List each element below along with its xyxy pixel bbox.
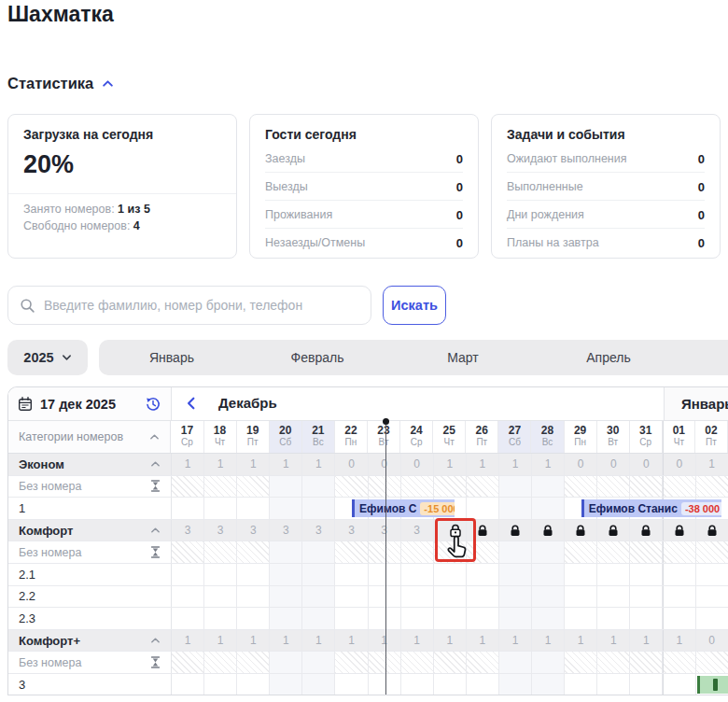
date-picker[interactable]: 17 дек 2025 [8,387,172,420]
grid-cell[interactable] [335,476,368,498]
grid-cell[interactable] [499,541,532,563]
grid-cell[interactable] [270,674,302,695]
grid-cell[interactable] [532,476,565,498]
grid-cell[interactable] [532,564,565,585]
grid-cell[interactable]: 1 [434,454,467,475]
grid-cell[interactable] [696,541,728,563]
grid-cell[interactable]: 0 [597,454,630,475]
grid-cell[interactable] [270,652,302,673]
search-button[interactable]: Искать [383,286,446,325]
date-column-21[interactable]: 21Вс [302,421,335,453]
grid-cell[interactable] [335,564,368,585]
grid-cell[interactable] [696,564,728,585]
grid-cell[interactable] [630,608,663,629]
date-column-23[interactable]: 23Вт [368,421,400,453]
chevron-left-icon[interactable] [186,397,197,410]
grid-cell[interactable]: 3 [369,520,401,541]
grid-cell[interactable] [696,608,728,629]
grid-cell[interactable]: 3 [401,520,434,541]
grid-cell[interactable] [532,498,565,519]
month-tab-april[interactable]: Апрель [536,340,681,375]
grid-cell[interactable] [565,674,597,695]
grid-cell[interactable]: 1 [499,630,532,652]
grid-cell[interactable] [270,564,302,585]
grid-cell[interactable] [499,498,532,519]
date-column-27[interactable]: 27Сб [498,421,531,453]
grid-cell[interactable]: 1 [630,630,663,652]
month-tab-january[interactable]: Январь [99,340,245,375]
month-tab-march[interactable]: Март [390,340,536,375]
grid-cell[interactable] [172,652,204,673]
grid-cell[interactable]: 1 [204,630,237,652]
grid-cell[interactable]: 1 [172,454,204,475]
grid-cell[interactable] [696,476,728,498]
grid-cell[interactable] [696,520,728,541]
grid-cell[interactable] [597,476,630,498]
booking-chip[interactable] [697,676,728,694]
grid-cell[interactable] [565,652,597,673]
grid-cell[interactable] [630,652,663,673]
grid-cell[interactable]: 1 [369,630,401,652]
grid-cell[interactable]: 1 [335,630,368,652]
grid-cell[interactable] [663,476,695,498]
grid-cell[interactable] [467,652,499,673]
grid-cell[interactable] [499,586,532,608]
grid-cell[interactable]: 1 [597,630,630,652]
grid-cell[interactable] [499,652,532,673]
grid-cell[interactable]: 1 [696,454,728,475]
grid-cell[interactable]: 0 [401,454,434,475]
booking-chip-ефимов-с[interactable]: Ефимов С-15 000 [352,499,455,517]
grid-cell[interactable] [369,652,401,673]
grid-cell[interactable] [204,564,237,585]
grid-cell[interactable] [499,564,532,585]
grid-cell[interactable] [204,476,237,498]
grid-cell[interactable] [302,476,335,498]
grid-cell[interactable] [237,541,270,563]
grid-cell[interactable] [565,520,597,541]
grid-cell[interactable] [696,652,728,673]
grid-cell[interactable] [302,498,335,519]
date-column-31[interactable]: 31Ср [630,421,663,453]
grid-cell[interactable] [434,608,467,629]
grid-cell[interactable]: 3 [204,520,237,541]
grid-cell[interactable] [597,541,630,563]
grid-cell[interactable] [302,564,335,585]
grid-cell[interactable] [369,564,401,585]
grid-cell[interactable]: 0 [565,454,597,475]
date-column-20[interactable]: 20Сб [270,421,302,453]
grid-cell[interactable] [172,498,204,519]
grid-cell[interactable] [401,564,434,585]
grid-cell[interactable] [335,674,368,695]
grid-cell[interactable] [565,564,597,585]
grid-cell[interactable] [302,541,335,563]
date-column-19[interactable]: 19Пт [237,421,270,453]
grid-cell[interactable] [467,564,499,585]
grid-cell[interactable] [663,586,695,608]
row-label-cell[interactable]: Эконом [8,454,172,475]
year-select[interactable]: 2025 [7,340,88,375]
grid-cell[interactable]: 1 [270,630,302,652]
grid-cell[interactable] [630,564,663,585]
grid-cell[interactable] [532,586,565,608]
date-column-01[interactable]: 01Чт [663,421,695,453]
grid-cell[interactable] [663,564,695,585]
date-column-28[interactable]: 28Вс [531,421,564,453]
grid-cell[interactable] [597,564,630,585]
grid-cell[interactable] [532,608,565,629]
grid-cell[interactable] [467,586,499,608]
grid-cell[interactable] [172,541,204,563]
search-input[interactable] [44,298,359,313]
grid-cell[interactable] [237,652,270,673]
month-tab-february[interactable]: Февраль [245,340,390,375]
grid-cell[interactable]: 1 [237,630,270,652]
grid-cell[interactable]: 1 [434,630,467,652]
grid-cell[interactable] [270,586,302,608]
grid-cell[interactable] [401,541,434,563]
grid-cell[interactable] [630,586,663,608]
grid-cell[interactable] [434,541,467,563]
grid-cell[interactable] [270,608,302,629]
grid-cell[interactable] [302,586,335,608]
grid-cell[interactable] [467,476,499,498]
grid-cell[interactable] [302,674,335,695]
grid-cell[interactable] [335,652,368,673]
